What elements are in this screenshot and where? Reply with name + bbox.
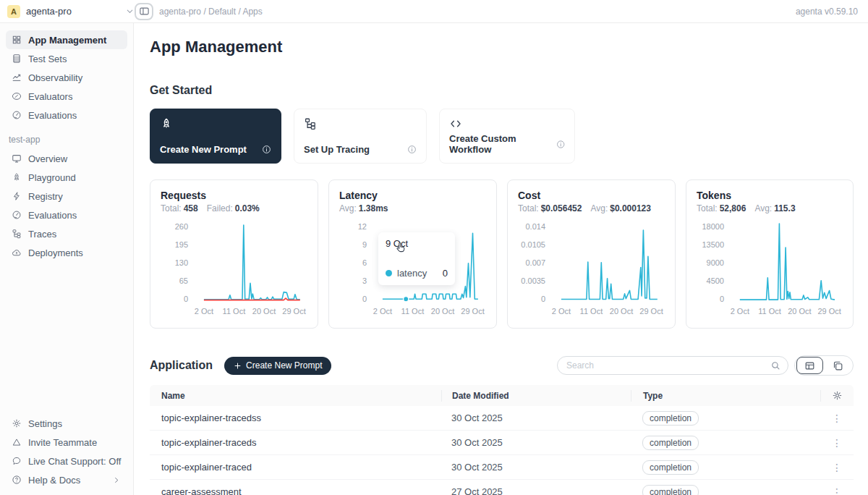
column-settings-gear-icon[interactable] [832,390,843,401]
x-axis-labels: 2 Oct11 Oct20 Oct29 Oct [730,303,843,316]
sidebar-item-label: Observability [28,72,82,83]
sidebar-item-registry[interactable]: Registry [6,187,127,206]
workspace-name: agenta-pro [26,6,119,17]
create-custom-workflow-card[interactable]: Create Custom Workflow [439,109,575,164]
column-header-date-modified: Date Modified [441,390,631,402]
create-new-prompt-button[interactable]: Create New Prompt [224,357,331,375]
grid-icon [12,35,22,45]
sidebar: App Management Test Sets Observability E… [0,23,134,495]
monitor-icon [12,153,22,164]
sidebar-item-label: Evaluators [28,91,72,102]
application-heading: Application [150,359,213,372]
sidebar-item-label: Invite Teammate [28,437,97,448]
rocket-icon [12,172,22,182]
table-icon [12,54,22,64]
sidebar-item-label: Help & Docs [28,475,80,486]
app-date-modified: 30 Oct 2025 [441,412,631,423]
sidebar-item-evaluators[interactable]: Evaluators [6,87,127,106]
search-box [557,356,788,375]
plus-icon [234,362,242,370]
dial-icon [12,110,22,120]
create-new-prompt-card[interactable]: Create New Prompt [150,109,281,164]
requests-line-plot[interactable] [194,222,307,303]
question-icon [12,475,22,485]
chart-stats: Avg:1.38ms [339,203,486,213]
y-axis-labels: 129630 [339,222,373,303]
sidebar-item-label: Overview [28,153,67,164]
sidebar-item-overview[interactable]: Overview [6,149,127,168]
info-icon[interactable] [556,140,565,149]
type-badge: completion [642,436,699,450]
metric-charts: Requests Total:458 Failed:0.03% 26019513… [150,179,854,329]
sidebar-item-app-evaluations[interactable]: Evaluations [6,206,127,224]
x-axis-labels: 2 Oct11 Oct20 Oct29 Oct [194,303,307,316]
sidebar-item-deployments[interactable]: Deployments [6,243,127,262]
table-view-button[interactable] [796,357,823,374]
tokens-chart-card: Tokens Total:52,806 Avg:115.3 1800013500… [686,179,854,329]
get-started-heading: Get Started [150,84,854,97]
sidebar-footer: Settings Invite Teammate Live Chat Suppo… [6,414,127,489]
app-name: topic-explainer-traceds [150,437,441,448]
panel-left-icon [139,6,150,17]
sidebar-item-evaluations[interactable]: Evaluations [6,106,127,124]
chart-title: Tokens [697,190,843,201]
app-name: topic-explainer-traced [150,462,441,473]
sidebar-item-label: Registry [28,191,63,202]
sidebar-item-observability[interactable]: Observability [6,68,127,87]
get-started-cards: Create New Prompt Set Up Tracing [150,109,854,164]
application-header: Application Create New Prompt [150,355,854,376]
legend-dot [386,270,392,276]
sidebar-item-live-chat[interactable]: Live Chat Support: Off [6,452,127,470]
table-row[interactable]: topic-explainer-tracedss 30 Oct 2025 com… [150,406,854,431]
card-view-icon [833,360,843,371]
sidebar-item-label: Evaluations [28,210,77,221]
chart-title: Cost [518,190,665,201]
y-axis-labels: 260195130650 [161,222,194,303]
cloud-icon [12,248,22,258]
sidebar-item-settings[interactable]: Settings [6,414,127,433]
chart-tooltip: 9 Oct latency 0 [378,232,455,285]
sidebar-item-test-sets[interactable]: Test Sets [6,49,127,68]
sidebar-item-label: Traces [28,229,56,240]
tooltip-series: latency [397,268,427,279]
breadcrumb[interactable]: agenta-pro / Default / Apps [159,7,263,17]
card-label: Create Custom Workflow [449,133,556,155]
chart-stats: Total:52,806 Avg:115.3 [697,203,843,213]
sidebar-item-label: Live Chat Support: Off [28,456,121,467]
sidebar-item-playground[interactable]: Playground [6,168,127,187]
latency-line-plot[interactable]: 9 Oct latency 0 [373,222,486,303]
view-toggle [794,355,854,376]
sidebar-item-help-docs[interactable]: Help & Docs [6,470,127,489]
x-axis-labels: 2 Oct11 Oct20 Oct29 Oct [373,303,486,316]
search-input[interactable] [566,360,770,371]
latency-chart-card: Latency Avg:1.38ms 129630 9 Oct [328,179,497,329]
tokens-line-plot[interactable] [730,222,843,303]
search-icon[interactable] [770,360,780,371]
sidebar-toggle-button[interactable] [135,3,153,20]
table-row[interactable]: career-assessment 27 Oct 2025 completion… [150,480,854,495]
column-header-type: Type [631,390,820,402]
card-view-button[interactable] [825,357,851,374]
row-menu-button[interactable]: ⋮ [832,438,842,448]
row-menu-button[interactable]: ⋮ [832,487,842,495]
info-icon[interactable] [407,145,417,154]
sidebar-item-invite-teammate[interactable]: Invite Teammate [6,433,127,452]
sidebar-item-traces[interactable]: Traces [6,224,127,243]
gear-icon [12,418,22,428]
top-bar: A agenta-pro agenta-pro / Default / Apps… [0,0,868,23]
row-menu-button[interactable]: ⋮ [832,462,842,473]
table-view-icon [804,360,815,371]
set-up-tracing-card[interactable]: Set Up Tracing [294,109,427,164]
table-row[interactable]: topic-explainer-traced 30 Oct 2025 compl… [150,455,854,480]
table-row[interactable]: topic-explainer-traceds 30 Oct 2025 comp… [150,431,854,455]
chevron-down-icon [125,7,135,16]
sidebar-item-label: Playground [28,172,76,183]
app-name: topic-explainer-tracedss [150,412,441,423]
workspace-switcher[interactable]: A agenta-pro [7,5,135,18]
sidebar-item-app-management[interactable]: App Management [6,30,127,49]
row-menu-button[interactable]: ⋮ [832,413,842,423]
chart-stats: Total:$0.056452 Avg:$0.000123 [518,203,665,213]
info-icon[interactable] [262,145,271,154]
rocket-icon [160,117,173,130]
cost-line-plot[interactable] [551,222,665,303]
